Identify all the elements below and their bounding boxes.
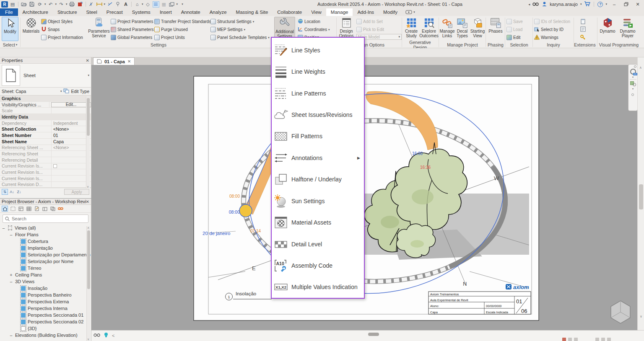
tab-structure[interactable]: Structure (53, 8, 82, 16)
browser-selection-icon[interactable] (10, 206, 16, 212)
menu-item-material-assets[interactable]: Material Assets (272, 212, 364, 233)
sort-ascending-button[interactable]: A↓ (9, 189, 15, 195)
section-identity-data[interactable]: Identity Data (0, 114, 91, 120)
panel-schedule-templates-button[interactable]: Panel Schedule Templates (210, 34, 273, 41)
store-cart-icon[interactable] (584, 1, 590, 7)
ribbon-display-toggle-icon[interactable] (402, 8, 418, 16)
menu-item-sheet-issues-revisions[interactable]: Sheet Issues/Revisions (272, 104, 364, 125)
wheel-options-dropdown[interactable] (632, 75, 634, 78)
tab-add-ins[interactable]: Add-Ins (353, 8, 379, 16)
extensions-schedule-button[interactable] (580, 26, 589, 33)
global-parameters-button[interactable]: Global Parameters (111, 34, 153, 41)
tree-floor-plans[interactable]: Floor Plans (0, 231, 91, 238)
dynamo-button[interactable]: Dynamo (599, 17, 616, 41)
switch-windows-icon[interactable] (169, 1, 175, 8)
save-icon[interactable] (29, 1, 35, 8)
menu-item-line-patterns[interactable]: Line Patterns (272, 83, 364, 104)
visibility-graphics-edit-button[interactable]: Edit... (51, 102, 91, 107)
selection-edit-button[interactable]: Edit (506, 34, 532, 41)
manage-links-button[interactable]: Manage Links (440, 17, 454, 41)
marker-icon[interactable]: ◇ (145, 1, 151, 8)
properties-window-icon[interactable]: ▤ (9, 1, 16, 8)
browser-families-icon[interactable] (42, 206, 48, 212)
time-label-selected[interactable]: 08:00 (229, 209, 240, 214)
undo-dropdown[interactable] (55, 3, 57, 6)
zoom-options-dropdown[interactable] (632, 87, 634, 90)
tab-modify[interactable]: Modify (379, 8, 402, 16)
text-icon[interactable]: A (122, 1, 129, 8)
tree-item-perspectiva-seccionada-02[interactable]: Perspectiva Seccionada 02 (0, 318, 91, 325)
tab-precast[interactable]: Precast (102, 8, 127, 16)
browser-links-icon[interactable] (57, 206, 64, 212)
search-input[interactable] (12, 216, 86, 221)
current-revision-checkbox[interactable] (53, 164, 57, 168)
status-icon[interactable] (601, 338, 605, 341)
snaps-button[interactable]: Snaps (41, 26, 88, 33)
horizontal-scrollbar-thumb[interactable] (368, 333, 379, 336)
tab-annotate[interactable]: Annotate (177, 8, 205, 16)
phases-button[interactable]: Phases (487, 17, 504, 41)
select-panel-label[interactable]: Select (1, 42, 19, 48)
apply-button[interactable]: Apply (64, 189, 89, 195)
add-to-set-button[interactable]: Add to Set (356, 18, 402, 25)
shared-parameters-button[interactable]: Shared Parameters (111, 26, 153, 33)
browser-views-icon[interactable] (18, 206, 24, 212)
extensions-clipboard-button[interactable] (580, 18, 589, 25)
tree-3d-views[interactable]: 3D Views (0, 278, 91, 285)
menu-item-line-styles[interactable]: Line Styles (272, 39, 364, 61)
location-button[interactable]: Location (298, 18, 335, 25)
status-icon[interactable] (607, 338, 611, 341)
default-3d-view-icon[interactable]: ⌂ (134, 1, 140, 8)
warnings-button[interactable]: Warnings (534, 34, 574, 41)
tab-massing-site[interactable]: Massing & Site (231, 8, 273, 16)
tag-icon[interactable] (114, 1, 121, 8)
menu-item-multiple-values-indication[interactable]: X1,X2 Multiple Values Indication (272, 276, 364, 298)
project-information-button[interactable]: Project Information (41, 34, 88, 41)
inactive-view-icon[interactable]: ▦ (161, 1, 167, 8)
browser-home-icon[interactable] (2, 206, 8, 212)
tab-view[interactable]: View (306, 8, 326, 16)
tree-item-perspectiva-banheiro[interactable]: Perspectiva Banheiro (0, 292, 91, 298)
minimize-button[interactable] (610, 0, 619, 8)
tree-elevations[interactable]: Elevations (Building Elevation) (0, 332, 91, 338)
tree-item-perspectiva-seccionada-01[interactable]: Perspectiva Seccionada 01 (0, 312, 91, 318)
transmit-icon[interactable] (77, 1, 83, 8)
menu-item-assembly-code[interactable]: A10 Assembly Code (272, 255, 364, 276)
scrollbar-thumb[interactable] (639, 184, 643, 209)
browser-sheets-icon[interactable] (34, 206, 40, 212)
steering-wheel-icon[interactable]: 2D (630, 69, 636, 75)
project-units-button[interactable]: Project Units (154, 34, 209, 41)
instance-dropdown[interactable] (60, 90, 62, 93)
project-browser-close-icon[interactable] (86, 199, 89, 204)
measure-icon[interactable] (88, 1, 95, 8)
open-icon[interactable] (21, 1, 27, 8)
tab-manage[interactable]: Manage (326, 8, 353, 16)
tab-steel[interactable]: Steel (82, 8, 102, 16)
search-icon[interactable] (532, 2, 539, 7)
prop-sheet-number[interactable]: Sheet Number01 (0, 132, 91, 139)
collapse-info-center-icon[interactable]: ◂ (528, 3, 530, 6)
object-styles-button[interactable]: Object Styles (41, 18, 88, 25)
sort-descending-button[interactable]: Z↓ (16, 189, 22, 195)
tree-item-setorizacao-nome[interactable]: Setorização por Nome (0, 258, 91, 265)
selection-save-button[interactable]: Save (506, 18, 532, 25)
status-icon[interactable] (574, 338, 578, 341)
menu-item-detail-level[interactable]: Detail Level (272, 233, 364, 255)
thin-lines-icon[interactable] (153, 1, 159, 8)
starting-view-button[interactable]: Starting View (470, 17, 485, 41)
tab-architecture[interactable]: Architecture (18, 8, 53, 16)
menu-item-line-weights[interactable]: Line Weights (272, 61, 364, 82)
undo-icon[interactable]: ↶ (47, 1, 54, 8)
redo-dropdown[interactable] (66, 3, 68, 6)
dimension-dropdown[interactable] (104, 3, 106, 6)
type-selector-dropdown[interactable] (88, 74, 89, 77)
selection-load-button[interactable]: Load (506, 26, 532, 33)
tab-systems[interactable]: Systems (127, 8, 155, 16)
sort-default-button[interactable]: ⇅ (2, 189, 8, 195)
navbar-handle-icon[interactable] (634, 65, 636, 68)
properties-scrollbar[interactable] (86, 96, 90, 189)
close-button[interactable] (633, 0, 642, 8)
browser-groups-icon[interactable] (49, 206, 56, 212)
zoom-tool-icon[interactable] (630, 80, 636, 86)
expand-view-control-icon[interactable] (112, 333, 114, 338)
